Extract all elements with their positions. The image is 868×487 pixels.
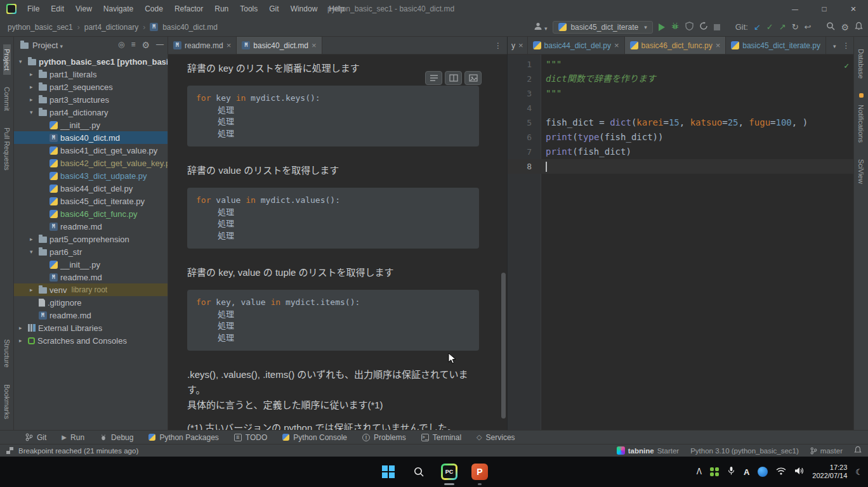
run-button[interactable] (659, 23, 665, 31)
close-icon[interactable] (312, 41, 317, 50)
tabnine-status[interactable]: tabnineStarter (617, 446, 679, 455)
stop-button[interactable] (714, 24, 720, 30)
window-close-button[interactable] (839, 0, 868, 18)
tree-item-external-libraries[interactable]: External Libraries (14, 321, 168, 334)
editor-line[interactable]: 6print(type(fish_dict)) (508, 130, 853, 145)
menu-window[interactable]: Window (285, 0, 324, 18)
stripe-structure-button[interactable]: Structure (3, 335, 11, 372)
editor-line[interactable]: 2dict関数で辞書を作ります (508, 72, 853, 86)
toolwindow-debug-button[interactable]: Debug (92, 431, 141, 445)
profiler-button[interactable] (699, 22, 708, 32)
hidden-tabs-chevron-icon[interactable] (831, 41, 836, 50)
toolwindow-services-button[interactable]: ◇Services (469, 431, 522, 445)
hidden-icons-chevron[interactable]: ᐱ (697, 467, 702, 476)
toolwindow-todo-button[interactable]: ≡TODO (227, 431, 275, 445)
tab-basic40-dict-md[interactable]: basic40_dict.md (237, 37, 322, 54)
git-history-button[interactable]: ↻ (792, 22, 799, 32)
menu-git[interactable]: Git (263, 0, 284, 18)
status-message[interactable]: Breakpoint reached (21 minutes ago) (18, 447, 138, 455)
tree-item-init-py[interactable]: __init__.py (14, 119, 168, 131)
close-icon[interactable] (227, 41, 232, 50)
tree-item-basic44[interactable]: basic44_dict_del.py (14, 182, 168, 195)
chevron-right-icon[interactable] (30, 236, 39, 242)
chevron-down-icon[interactable] (30, 109, 39, 115)
menu-run[interactable]: Run (209, 0, 234, 18)
show-editor-only-button[interactable] (425, 71, 442, 85)
menu-edit[interactable]: Edit (45, 0, 70, 18)
menu-refactor[interactable]: Refactor (169, 0, 209, 18)
volume-icon[interactable] (794, 466, 804, 477)
editor-line[interactable]: 1""" (508, 57, 853, 72)
show-editor-and-preview-button[interactable] (445, 71, 462, 85)
chevron-down-icon[interactable] (19, 58, 28, 65)
editor-line[interactable]: 3""" (508, 86, 853, 101)
editor-line[interactable]: 7print(fish_dict) (508, 145, 853, 159)
chevron-down-icon[interactable] (30, 249, 39, 255)
toolwindow-python-console-button[interactable]: Python Console (275, 431, 355, 445)
taskbar-pycharm-button[interactable] (440, 463, 458, 481)
menu-view[interactable]: View (70, 0, 98, 18)
undo-button[interactable]: ↩ (805, 22, 812, 32)
tray-app-icon[interactable] (710, 467, 719, 476)
menu-navigate[interactable]: Navigate (98, 0, 139, 18)
more-options-icon[interactable]: ⋮ (843, 41, 850, 50)
select-opened-file-icon[interactable]: ◎ (118, 40, 124, 50)
toolwindow-git-button[interactable]: Git (18, 431, 54, 445)
md-scrollbar-thumb[interactable] (501, 273, 506, 419)
search-everywhere-button[interactable] (826, 22, 835, 32)
tree-item-basic46[interactable]: basic46_dict_func.py (14, 207, 168, 220)
stripe-database-button[interactable]: Database (857, 44, 865, 83)
taskbar-search-button[interactable] (410, 463, 428, 481)
menu-tools[interactable]: Tools (234, 0, 263, 18)
chevron-right-icon[interactable] (30, 287, 39, 293)
tree-item-part3-structures[interactable]: part3_structures (14, 93, 168, 106)
show-preview-only-button[interactable] (464, 71, 482, 85)
code-editor[interactable]: ✓ 1""" 2dict関数で辞書を作ります 3""" 4 5fish_dict… (508, 55, 853, 430)
close-icon[interactable] (614, 41, 619, 50)
project-options-gear-icon[interactable] (141, 40, 150, 50)
chevron-right-icon[interactable] (19, 325, 28, 331)
taskbar-red-app-button[interactable]: P (471, 463, 489, 481)
user-account-button[interactable] (534, 22, 548, 32)
git-push-button[interactable]: ↗ (779, 22, 786, 32)
tree-item-readme-md-2[interactable]: readme.md (14, 271, 168, 283)
tab-clipped[interactable]: y (508, 37, 528, 54)
editor-line[interactable]: 5fish_dict = dict(karei=15, katsuo=25, f… (508, 115, 853, 130)
git-update-button[interactable]: ↙ (754, 22, 761, 32)
tree-item-basic42[interactable]: basic42_dict_get_value_key.py (14, 157, 168, 169)
chevron-right-icon[interactable] (19, 337, 28, 344)
editor-line-caret[interactable]: 8 (508, 159, 853, 174)
git-branch-selector[interactable]: master (810, 447, 843, 455)
statusbar-notifications-icon[interactable] (854, 446, 862, 455)
tree-item-scratches[interactable]: Scratches and Consoles (14, 334, 168, 347)
collapse-all-icon[interactable]: ≡ (131, 40, 135, 50)
inspections-ok-icon[interactable]: ✓ (844, 58, 849, 73)
project-view-selector[interactable]: Project (32, 41, 63, 50)
toolwindow-problems-button[interactable]: !Problems (355, 431, 414, 445)
window-minimize-button[interactable] (780, 0, 810, 18)
focus-assist-moon-icon[interactable]: ☾ (855, 467, 863, 477)
tree-item-readme-md-root[interactable]: readme.md (14, 309, 168, 321)
stripe-sciview-button[interactable]: SciView (857, 155, 865, 188)
interpreter-selector[interactable]: Python 3.10 (python_basic_sec1) (690, 447, 799, 455)
run-with-coverage-button[interactable] (685, 22, 694, 32)
wifi-icon[interactable] (776, 466, 786, 477)
tree-item-readme-md[interactable]: readme.md (14, 220, 168, 233)
stripe-notifications-button[interactable]: Notifications (857, 100, 865, 147)
tree-item-basic45[interactable]: basic45_dict_iterate.py (14, 195, 168, 207)
window-maximize-button[interactable] (810, 0, 839, 18)
tree-item-part5-comprehension[interactable]: part5_comprehension (14, 233, 168, 245)
stripe-bookmarks-button[interactable]: Bookmarks (3, 380, 11, 424)
taskbar-clock[interactable]: 17:232022/07/14 (812, 464, 847, 480)
stripe-pull-requests-button[interactable]: Pull Requests (3, 123, 11, 175)
tree-item-basic40-dict-md[interactable]: basic40_dict.md (14, 131, 168, 144)
stripe-commit-button[interactable]: Commit (3, 82, 11, 115)
tab-basic46-dict-func-py[interactable]: basic46_dict_func.py (625, 37, 727, 54)
tree-item-part2-sequences[interactable]: part2_sequences (14, 81, 168, 93)
git-commit-button[interactable]: ✓ (766, 22, 773, 32)
breadcrumb-folder[interactable]: part4_dictionary (84, 23, 138, 32)
more-options-icon[interactable]: ⋮ (494, 41, 502, 50)
chevron-right-icon[interactable] (30, 84, 39, 90)
tab-basic44-dict-del-py[interactable]: basic44_dict_del.py (528, 37, 625, 54)
run-configuration-select[interactable]: basic45_dict_iterate (553, 21, 652, 34)
